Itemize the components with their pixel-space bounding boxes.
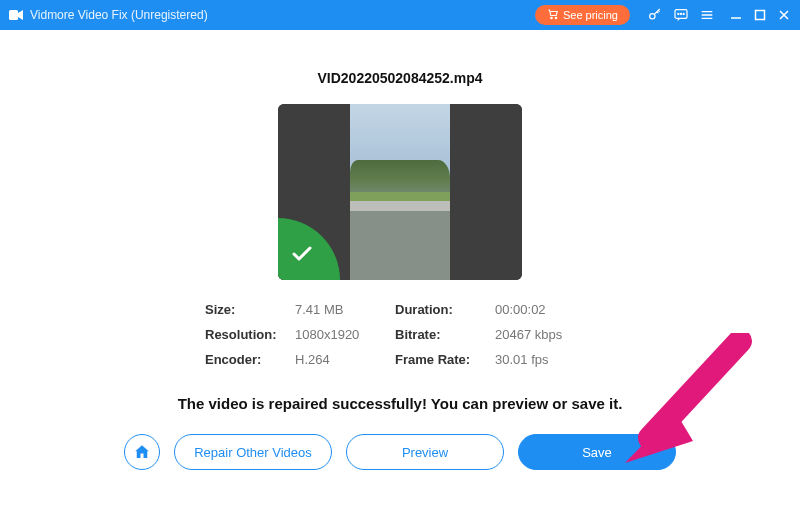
titlebar: Vidmore Video Fix (Unregistered) See pri…: [0, 0, 800, 30]
video-info-table: Size: 7.41 MB Duration: 00:00:02 Resolut…: [205, 302, 595, 367]
home-button[interactable]: [124, 434, 160, 470]
app-logo-icon: [8, 7, 24, 23]
svg-rect-0: [9, 10, 18, 20]
preview-button[interactable]: Preview: [346, 434, 504, 470]
framerate-label: Frame Rate:: [395, 352, 495, 367]
svg-point-5: [678, 13, 679, 14]
close-button[interactable]: [776, 7, 792, 23]
key-icon[interactable]: [645, 5, 665, 25]
pricing-label: See pricing: [563, 9, 618, 21]
main-content: VID20220502084252.mp4 Size: 7.41 MB Dura…: [0, 30, 800, 470]
cart-icon: [547, 8, 559, 22]
svg-point-6: [680, 13, 681, 14]
success-message: The video is repaired successfully! You …: [178, 395, 623, 412]
svg-point-3: [650, 14, 655, 19]
video-thumbnail: [278, 104, 522, 280]
minimize-button[interactable]: [728, 7, 744, 23]
menu-icon[interactable]: [697, 5, 717, 25]
file-name: VID20220502084252.mp4: [317, 70, 482, 86]
svg-point-7: [683, 13, 684, 14]
action-buttons: Repair Other Videos Preview Save: [124, 434, 676, 470]
see-pricing-button[interactable]: See pricing: [535, 5, 630, 25]
resolution-value: 1080x1920: [295, 327, 395, 342]
maximize-button[interactable]: [752, 7, 768, 23]
size-value: 7.41 MB: [295, 302, 395, 317]
svg-point-2: [555, 17, 557, 19]
app-title: Vidmore Video Fix (Unregistered): [30, 8, 208, 22]
feedback-icon[interactable]: [671, 5, 691, 25]
encoder-value: H.264: [295, 352, 395, 367]
save-button[interactable]: Save: [518, 434, 676, 470]
size-label: Size:: [205, 302, 295, 317]
bitrate-label: Bitrate:: [395, 327, 495, 342]
svg-point-1: [551, 17, 553, 19]
resolution-label: Resolution:: [205, 327, 295, 342]
bitrate-value: 20467 kbps: [495, 327, 595, 342]
duration-label: Duration:: [395, 302, 495, 317]
framerate-value: 30.01 fps: [495, 352, 595, 367]
duration-value: 00:00:02: [495, 302, 595, 317]
window-controls: [728, 7, 792, 23]
repair-other-videos-button[interactable]: Repair Other Videos: [174, 434, 332, 470]
svg-rect-8: [756, 11, 765, 20]
encoder-label: Encoder:: [205, 352, 295, 367]
